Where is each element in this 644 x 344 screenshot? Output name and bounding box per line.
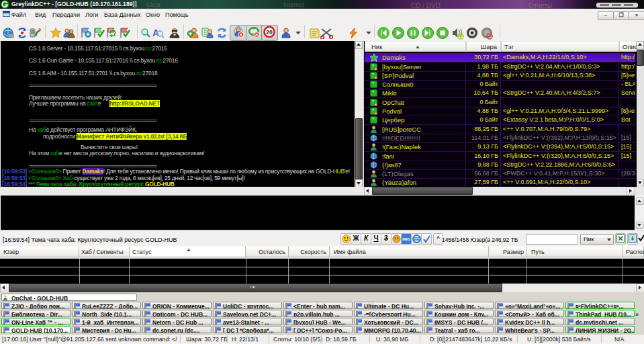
svg-text:A: A <box>152 28 159 38</box>
svg-text:20: 20 <box>266 29 273 36</box>
